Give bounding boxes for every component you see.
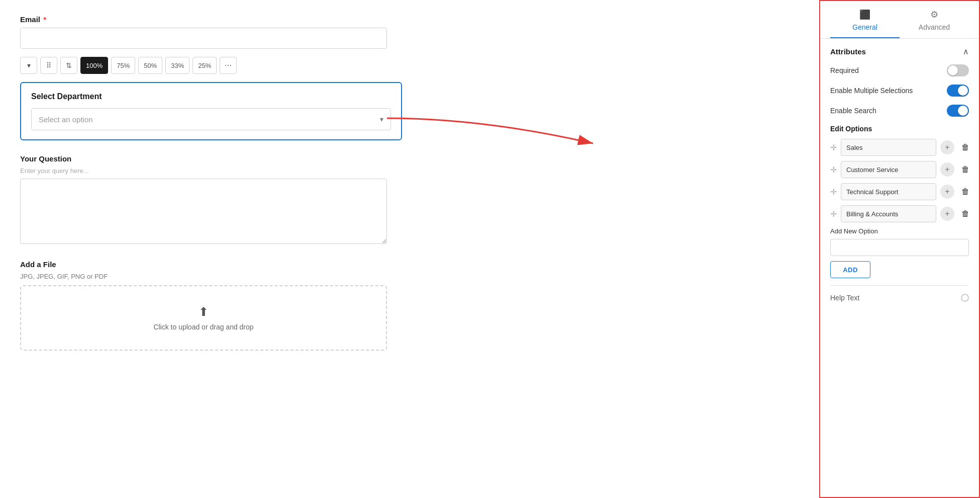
email-label-text: Email (20, 15, 40, 24)
add-new-option-input[interactable] (830, 239, 969, 256)
enable-search-label: Enable Search (830, 107, 876, 115)
chevron-down-btn[interactable]: ▾ (20, 57, 37, 74)
multiple-selections-label: Enable Multiple Selections (830, 87, 913, 95)
your-question-label: Your Question (20, 154, 799, 163)
right-panel: ⬛ General ⚙ Advanced Attributes ∧ Requir… (819, 0, 980, 498)
your-question-section: Your Question Enter your query here... (20, 154, 799, 246)
option-row-billing-accounts: ✛ + 🗑 (830, 205, 969, 222)
tab-general[interactable]: ⬛ General (830, 9, 900, 38)
help-text-row: Help Text (830, 294, 969, 302)
option-delete-btn-technical-support[interactable]: 🗑 (958, 185, 972, 199)
email-label: Email * (20, 15, 799, 24)
panel-body: Attributes ∧ Required Enable Multiple Se… (820, 39, 979, 497)
chevron-down-icon: ▾ (380, 115, 383, 123)
general-icon: ⬛ (859, 9, 870, 20)
zoom-100-btn[interactable]: 100% (80, 57, 108, 74)
add-file-label: Add a File (20, 260, 799, 269)
multiple-selections-toggle-thumb (958, 86, 968, 96)
required-toggle-thumb (948, 65, 958, 75)
option-input-billing-accounts[interactable] (841, 205, 936, 222)
enable-search-toggle[interactable] (947, 105, 969, 117)
multiple-selections-toggle[interactable] (947, 85, 969, 97)
arrows-btn[interactable]: ⇅ (60, 57, 77, 74)
option-add-btn-technical-support[interactable]: + (940, 185, 954, 199)
option-input-customer-service[interactable] (841, 161, 936, 178)
required-label: Required (830, 66, 859, 74)
option-add-btn-sales[interactable]: + (940, 140, 954, 154)
grid-btn[interactable]: ⠿ (40, 57, 57, 74)
your-question-textarea[interactable] (20, 179, 387, 244)
enable-search-toggle-thumb (958, 106, 968, 116)
zoom-50-btn[interactable]: 50% (138, 57, 162, 74)
option-add-btn-customer-service[interactable]: + (940, 162, 954, 177)
drag-handle-icon[interactable]: ✛ (830, 165, 837, 175)
email-required-star: * (43, 15, 46, 24)
option-row-technical-support: ✛ + 🗑 (830, 183, 969, 200)
attributes-section-header: Attributes ∧ (830, 47, 969, 56)
option-add-btn-billing-accounts[interactable]: + (940, 207, 954, 221)
zoom-33-btn[interactable]: 33% (165, 57, 189, 74)
select-department-label: Select Department (31, 92, 391, 101)
add-file-section: Add a File JPG, JPEG, GIF, PNG or PDF ⬆ … (20, 260, 799, 351)
option-delete-btn-billing-accounts[interactable]: 🗑 (958, 207, 972, 221)
multiple-selections-toggle-row: Enable Multiple Selections (830, 85, 969, 97)
enable-search-toggle-row: Enable Search (830, 105, 969, 117)
attributes-title: Attributes (830, 47, 866, 56)
option-input-technical-support[interactable] (841, 183, 936, 200)
option-row-customer-service: ✛ + 🗑 (830, 161, 969, 178)
drag-handle-icon[interactable]: ✛ (830, 209, 837, 219)
divider (830, 285, 969, 286)
your-question-placeholder: Enter your query here... (20, 167, 799, 175)
panel-tabs: ⬛ General ⚙ Advanced (820, 1, 979, 39)
required-toggle-row: Required (830, 64, 969, 76)
email-input[interactable] (20, 28, 387, 49)
option-delete-btn-customer-service[interactable]: 🗑 (958, 162, 972, 177)
tab-general-label: General (852, 23, 877, 31)
file-subtitle: JPG, JPEG, GIF, PNG or PDF (20, 273, 799, 280)
gear-icon: ⚙ (930, 9, 938, 20)
select-department-dropdown[interactable]: Select an option ▾ (31, 108, 391, 130)
option-delete-btn-sales[interactable]: 🗑 (958, 140, 972, 154)
help-text-radio[interactable] (961, 294, 969, 302)
edit-options-label: Edit Options (830, 125, 969, 133)
upload-icon: ⬆ (199, 305, 209, 319)
drag-handle-icon[interactable]: ✛ (830, 143, 837, 152)
tab-advanced[interactable]: ⚙ Advanced (900, 9, 969, 38)
help-text-label: Help Text (830, 294, 859, 302)
select-department-placeholder: Select an option (39, 115, 93, 124)
main-content: Email * ▾ ⠿ ⇅ 100% 75% 50% 33% 25% ⋯ Sel… (0, 0, 819, 498)
tab-advanced-label: Advanced (919, 23, 950, 31)
zoom-75-btn[interactable]: 75% (111, 57, 135, 74)
add-new-option-label: Add New Option (830, 227, 969, 235)
upload-text: Click to upload or drag and drop (153, 323, 253, 331)
option-input-sales[interactable] (841, 139, 936, 156)
select-department-block: Select Department Select an option ▾ (20, 82, 402, 140)
required-toggle[interactable] (947, 64, 969, 76)
more-btn[interactable]: ⋯ (220, 57, 237, 74)
add-button[interactable]: ADD (830, 261, 870, 278)
zoom-25-btn[interactable]: 25% (192, 57, 217, 74)
collapse-icon[interactable]: ∧ (963, 47, 969, 56)
drag-handle-icon[interactable]: ✛ (830, 187, 837, 197)
file-upload-area[interactable]: ⬆ Click to upload or drag and drop (20, 285, 387, 351)
toolbar: ▾ ⠿ ⇅ 100% 75% 50% 33% 25% ⋯ (20, 57, 799, 74)
option-row-sales: ✛ + 🗑 (830, 139, 969, 156)
